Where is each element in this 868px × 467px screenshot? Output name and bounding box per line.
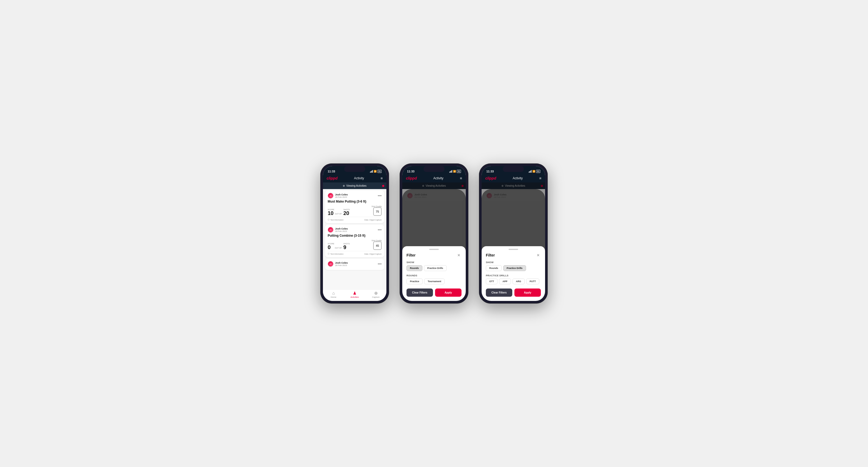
tab-activities-label-1: Activities (350, 296, 359, 298)
date-2: 28 Feb 2023 (335, 230, 348, 232)
sheet-header-2: Filter ✕ (406, 253, 462, 258)
apply-btn-2[interactable]: Apply (435, 288, 462, 297)
activities-icon-1: ♟ (353, 291, 356, 295)
phone-3: 11:33 📶 31 clippd Activity ≡ (479, 163, 548, 304)
activity-card-2: JC Josh Coles 28 Feb 2023 ••• Putting Co… (325, 225, 384, 257)
sq-badge-1: 75 (373, 207, 382, 216)
chip-app-3[interactable]: APP (499, 278, 511, 284)
show-chips-2: Rounds Practice Drills (406, 265, 462, 271)
tab-capture-1[interactable]: ⊕ Capture (369, 291, 382, 298)
more-btn-2[interactable]: ••• (378, 228, 382, 232)
viewing-bar-3: ⚙ Viewing Activities (482, 183, 545, 189)
activity-card-1: JC Josh Coles 28 Feb 2023 ••• Must Make … (325, 191, 384, 223)
nav-title-3: Activity (513, 176, 523, 180)
shots-group-2: Shots 9 (343, 243, 350, 250)
avatar-3: JC (328, 261, 334, 267)
date-3: 28 Feb 2023 (335, 264, 348, 267)
battery-icon-2: 31 (457, 170, 461, 173)
show-label-3: Show (486, 261, 541, 263)
viewing-dot-1 (382, 185, 384, 187)
more-btn-3[interactable]: ••• (378, 262, 382, 266)
filter-close-3[interactable]: ✕ (535, 253, 541, 258)
rounds-chips-2: Practice Tournament (406, 278, 462, 284)
filter-actions-2: Clear Filters Apply (406, 288, 462, 297)
capture-icon-1: ⊕ (374, 291, 378, 295)
nav-logo-1: clippd (327, 176, 338, 180)
nav-title-2: Activity (433, 176, 443, 180)
wifi-icon-3: 📶 (532, 170, 535, 173)
card-header-3: JC Josh Coles 28 Feb 2023 ••• (328, 261, 382, 267)
clear-filters-btn-2[interactable]: Clear Filters (406, 288, 433, 297)
signal-icon-2 (450, 170, 452, 173)
chip-ott-3[interactable]: OTT (486, 278, 497, 284)
filter-title-2: Filter (406, 253, 415, 257)
username-3: Josh Coles (335, 261, 348, 264)
card-title-2: Putting Combine (3-15 ft) (328, 234, 382, 238)
clear-filters-btn-3[interactable]: Clear Filters (486, 288, 512, 297)
filter-icon-1: ⚙ (343, 185, 345, 187)
viewing-bar-2: ⚙ Viewing Activities (402, 183, 466, 189)
dynamic-island-3 (503, 166, 524, 172)
battery-icon-3: 31 (536, 170, 540, 173)
phones-container: 11:33 📶 31 clippd Activity ≡ (320, 163, 548, 304)
tab-activities-1[interactable]: ♟ Activities (348, 291, 361, 298)
filter-overlay-2: Filter ✕ Show Rounds Practice Drills Rou… (402, 189, 466, 301)
show-label-2: Show (406, 261, 462, 263)
chip-tournament-2[interactable]: Tournament (424, 278, 444, 284)
card-header-2: JC Josh Coles 28 Feb 2023 ••• (328, 227, 382, 233)
filter-close-2[interactable]: ✕ (456, 253, 462, 258)
sheet-header-3: Filter ✕ (486, 253, 541, 258)
chip-putt-3[interactable]: PUTT (526, 278, 539, 284)
score-group-2: Score 0 (328, 243, 334, 250)
score-group-1: Score 10 (328, 209, 334, 216)
status-icons-3: 📶 31 (529, 170, 540, 173)
viewing-bar-1[interactable]: ⚙ Viewing Activities (323, 183, 386, 189)
tab-home-1[interactable]: ⌂ Home (327, 291, 340, 298)
status-time-3: 11:33 (486, 170, 494, 173)
viewing-bar-text-2: ⚙ Viewing Activities (422, 184, 446, 187)
wifi-icon-1: 📶 (374, 170, 377, 173)
phone-content-1[interactable]: JC Josh Coles 28 Feb 2023 ••• Must Make … (323, 189, 386, 289)
chip-practice-2[interactable]: Practice (406, 278, 423, 284)
signal-icon-1 (370, 170, 373, 173)
nav-bar-2: clippd Activity ≡ (402, 175, 466, 183)
status-icons-1: 📶 31 (370, 170, 382, 173)
bottom-tabs-1: ⌂ Home ♟ Activities ⊕ Capture (323, 289, 386, 301)
card-header-1: JC Josh Coles 28 Feb 2023 ••• (328, 193, 382, 198)
tab-capture-label-1: Capture (372, 296, 379, 298)
nav-bar-3: clippd Activity ≡ (482, 175, 545, 183)
filter-title-3: Filter (486, 253, 495, 257)
show-chips-3: Rounds Practice Drills (486, 265, 541, 271)
nav-title-1: Activity (354, 176, 364, 180)
wifi-icon-2: 📶 (453, 170, 456, 173)
viewing-dot-3 (541, 185, 543, 187)
nav-logo-3: clippd (485, 176, 496, 180)
chip-practice-drills-2[interactable]: Practice Drills (424, 265, 447, 271)
more-btn-1[interactable]: ••• (378, 194, 382, 197)
shots-group-1: Shots 20 (343, 209, 350, 216)
battery-icon-1: 31 (377, 170, 382, 173)
viewing-bar-text-1: ⚙ Viewing Activities (343, 184, 367, 187)
nav-menu-2[interactable]: ≡ (460, 176, 462, 180)
chip-arg-3[interactable]: ARG (513, 278, 525, 284)
date-1: 28 Feb 2023 (335, 196, 348, 198)
apply-btn-3[interactable]: Apply (515, 288, 541, 297)
avatar-1: JC (328, 193, 334, 198)
nav-menu-3[interactable]: ≡ (539, 176, 541, 180)
viewing-dot-2 (462, 185, 464, 187)
status-time-2: 11:33 (407, 170, 414, 173)
chip-rounds-3[interactable]: Rounds (486, 265, 502, 271)
card-user-1: JC Josh Coles 28 Feb 2023 (328, 193, 348, 198)
nav-menu-1[interactable]: ≡ (380, 176, 383, 180)
filter-overlay-3: Filter ✕ Show Rounds Practice Drills Pra… (482, 189, 545, 301)
signal-icon-3 (529, 170, 532, 173)
nav-bar-1: clippd Activity ≡ (323, 175, 386, 183)
dynamic-island-2 (424, 166, 444, 172)
sheet-handle-3 (508, 249, 518, 250)
card-title-1: Must Make Putting (3-6 ft) (328, 200, 382, 204)
chip-practice-drills-3[interactable]: Practice Drills (503, 265, 526, 271)
chip-rounds-2[interactable]: Rounds (406, 265, 422, 271)
activity-card-3: JC Josh Coles 28 Feb 2023 ••• (325, 259, 384, 270)
filter-sheet-2: Filter ✕ Show Rounds Practice Drills Rou… (402, 246, 466, 301)
filter-sheet-3: Filter ✕ Show Rounds Practice Drills Pra… (482, 246, 545, 301)
